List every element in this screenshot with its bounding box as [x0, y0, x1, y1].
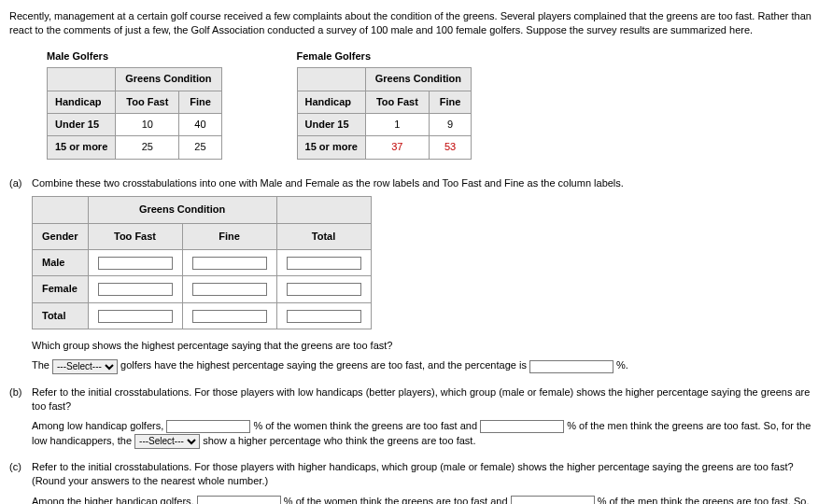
input-male-toofast[interactable] [98, 257, 173, 270]
input-female-fine[interactable] [192, 283, 267, 296]
combine-col-toofast: Too Fast [88, 223, 182, 249]
combine-row-total: Total [33, 302, 89, 329]
part-c-women-input[interactable] [197, 496, 281, 504]
input-total-toofast[interactable] [98, 310, 173, 323]
male-crosstab: Greens Condition Handicap Too Fast Fine … [47, 67, 222, 160]
part-c-prompt: Refer to the initial crosstabulations. F… [32, 460, 823, 489]
female-col-toofast: Too Fast [365, 91, 429, 113]
female-caption: Female Golfers [297, 49, 472, 63]
combine-row-female: Female [33, 276, 89, 302]
part-b-label: (b) [9, 385, 32, 449]
female-row0-label: Under 15 [297, 113, 365, 135]
female-col-fine: Fine [429, 91, 471, 113]
male-row1-v1: 25 [179, 136, 221, 159]
female-colhead: Greens Condition [365, 68, 471, 91]
combine-row-male: Male [33, 249, 89, 275]
female-row0-v0: 1 [365, 113, 429, 135]
input-male-total[interactable] [287, 257, 361, 270]
part-a-pct-label: %. [616, 359, 628, 371]
combine-col-total: Total [276, 223, 371, 249]
female-rowhead: Handicap [297, 91, 365, 113]
part-c-pre: Among the higher handicap golfers, [32, 496, 194, 504]
part-b-pre: Among low handicap golfers, [32, 420, 163, 431]
male-row0-label: Under 15 [48, 113, 116, 135]
combine-col-fine: Fine [182, 223, 276, 249]
male-row1-label: 15 or more [48, 136, 116, 159]
part-c-mid1: % of the women think the greens are too … [284, 496, 508, 504]
male-row0-v0: 10 [116, 113, 179, 135]
part-a-line2-mid: golfers have the highest percentage sayi… [120, 359, 527, 371]
input-female-toofast[interactable] [98, 283, 173, 296]
part-a-line2: The ---Select--- golfers have the highes… [32, 358, 823, 373]
part-c-men-input[interactable] [511, 496, 595, 504]
male-row1-v0: 25 [116, 136, 179, 159]
part-a-line2-pre: The [32, 359, 49, 371]
part-a-label: (a) [9, 176, 32, 374]
combine-table: Greens Condition Gender Too Fast Fine To… [32, 196, 372, 329]
part-b: (b) Refer to the initial crosstabulation… [9, 385, 823, 449]
part-b-tail: show a higher percentage who think the g… [203, 435, 475, 446]
combine-colhead: Greens Condition [88, 197, 276, 223]
female-row1-v1: 53 [429, 136, 471, 159]
part-a: (a) Combine these two crosstabulations i… [9, 176, 823, 374]
part-b-prompt: Refer to the initial crosstabulations. F… [32, 385, 823, 414]
male-colhead: Greens Condition [116, 68, 221, 91]
part-b-select[interactable]: ---Select--- [134, 434, 200, 449]
part-b-mid1: % of the women think the greens are too … [253, 420, 477, 431]
part-b-men-input[interactable] [480, 420, 564, 433]
input-total-total[interactable] [287, 310, 361, 323]
input-male-fine[interactable] [192, 257, 267, 270]
part-c: (c) Refer to the initial crosstabulation… [9, 460, 823, 504]
intro-text: Recently, management at a certain golf c… [9, 9, 823, 38]
part-a-prompt: Combine these two crosstabulations into … [32, 176, 823, 190]
part-b-line: Among low handicap golfers, % of the wom… [32, 419, 823, 448]
male-caption: Male Golfers [47, 49, 222, 63]
part-c-label: (c) [9, 460, 32, 504]
part-a-pct-input[interactable] [529, 360, 613, 373]
part-a-q1: Which group shows the highest percentage… [32, 339, 823, 353]
input-female-total[interactable] [287, 283, 361, 296]
male-col-toofast: Too Fast [116, 91, 179, 113]
female-row0-v1: 9 [429, 113, 471, 135]
part-c-line: Among the higher handicap golfers, % of … [32, 495, 823, 504]
male-table-group: Male Golfers Greens Condition Handicap T… [47, 49, 222, 160]
male-rowhead: Handicap [48, 91, 116, 113]
combine-rowhead: Gender [33, 223, 89, 249]
part-b-women-input[interactable] [166, 420, 250, 433]
male-row0-v1: 40 [179, 113, 221, 135]
female-crosstab: Greens Condition Handicap Too Fast Fine … [297, 67, 472, 160]
female-row1-label: 15 or more [297, 136, 365, 159]
female-table-group: Female Golfers Greens Condition Handicap… [297, 49, 472, 160]
male-col-fine: Fine [179, 91, 221, 113]
input-total-fine[interactable] [192, 310, 267, 323]
initial-tables: Male Golfers Greens Condition Handicap T… [47, 49, 823, 160]
female-row1-v0: 37 [365, 136, 429, 159]
part-a-select[interactable]: ---Select--- [52, 359, 118, 374]
